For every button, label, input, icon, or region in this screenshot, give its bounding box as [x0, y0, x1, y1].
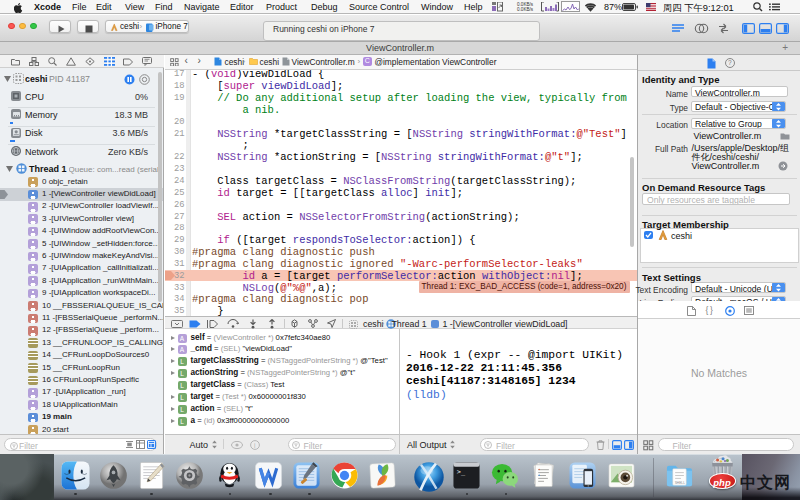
svg-text:i: i	[254, 441, 255, 448]
svg-text:?: ?	[728, 59, 732, 66]
svg-text:>_: >_	[457, 467, 466, 475]
svg-text:SHELL: SHELL	[675, 481, 686, 485]
